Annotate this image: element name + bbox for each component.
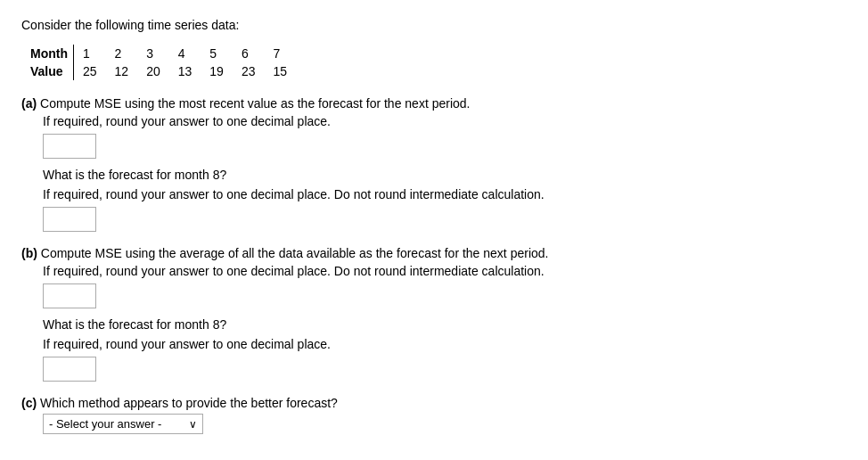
month-7: 7	[264, 45, 296, 62]
section-c: (c) Which method appears to provide the …	[21, 396, 847, 434]
part-a-sub1: If required, round your answer to one de…	[43, 114, 847, 128]
value-2: 12	[106, 62, 138, 80]
part-b-content: If required, round your answer to one de…	[43, 264, 847, 382]
value-7: 15	[264, 62, 296, 80]
value-6: 23	[233, 62, 265, 80]
month-label: Month	[21, 45, 73, 62]
month-6: 6	[233, 45, 265, 62]
data-table: Month 1 2 3 4 5 6 7 Value 25 12 20 13 19…	[21, 45, 296, 80]
month-5: 5	[201, 45, 233, 62]
part-b-sub2: If required, round your answer to one de…	[43, 337, 847, 351]
part-b-sub1: If required, round your answer to one de…	[43, 264, 847, 278]
month-1: 1	[73, 45, 105, 62]
section-b: (b) Compute MSE using the average of all…	[21, 246, 847, 382]
part-a-forecast-input[interactable]	[43, 207, 96, 232]
part-a-forecast-heading: What is the forecast for month 8?	[43, 168, 847, 182]
value-5: 19	[201, 62, 233, 80]
part-b-heading: (b) Compute MSE using the average of all…	[21, 246, 847, 260]
section-a: (a) Compute MSE using the most recent va…	[21, 96, 847, 232]
part-a-content: If required, round your answer to one de…	[43, 114, 847, 232]
table-row-month: Month 1 2 3 4 5 6 7	[21, 45, 296, 62]
intro-text: Consider the following time series data:	[21, 18, 847, 32]
part-c-content: - Select your answer - ∨	[43, 414, 847, 434]
part-b-forecast-input[interactable]	[43, 357, 96, 382]
value-label: Value	[21, 62, 73, 80]
chevron-down-icon: ∨	[189, 418, 197, 431]
part-a-mse-input[interactable]	[43, 134, 96, 159]
part-a-sub2: If required, round your answer to one de…	[43, 187, 847, 201]
part-c-heading: (c) Which method appears to provide the …	[21, 396, 847, 410]
select-answer-dropdown[interactable]: - Select your answer - ∨	[43, 414, 203, 434]
part-a-heading: (a) Compute MSE using the most recent va…	[21, 96, 847, 111]
part-b-forecast-heading: What is the forecast for month 8?	[43, 317, 847, 332]
value-3: 20	[137, 62, 169, 80]
month-4: 4	[169, 45, 201, 62]
value-4: 13	[169, 62, 201, 80]
select-answer-label: - Select your answer -	[49, 417, 161, 431]
month-3: 3	[137, 45, 169, 62]
value-1: 25	[73, 62, 105, 80]
table-row-value: Value 25 12 20 13 19 23 15	[21, 62, 296, 80]
part-b-mse-input[interactable]	[43, 283, 96, 308]
month-2: 2	[106, 45, 138, 62]
